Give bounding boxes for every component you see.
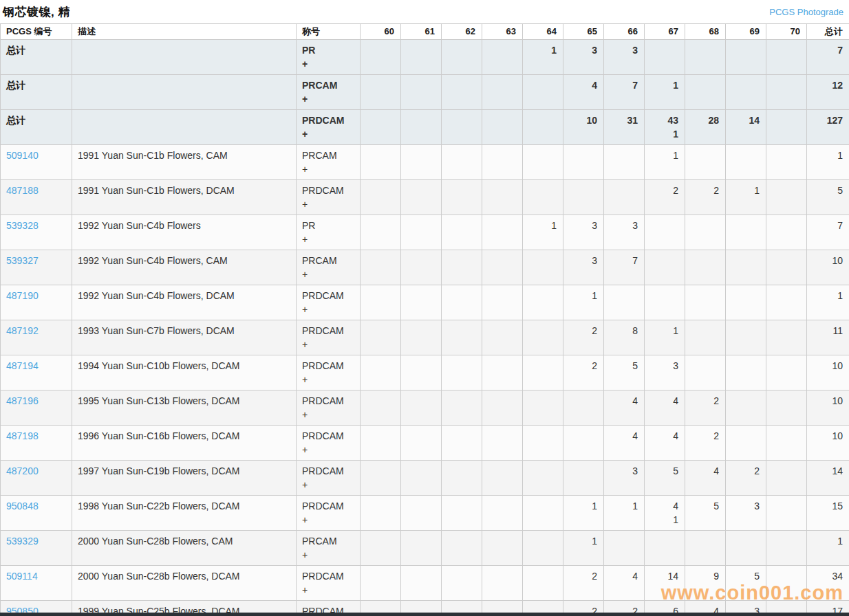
total-cell: 10: [807, 355, 849, 390]
table-row: 5393292000 Yuan Sun-C28b Flowers, CAMPRC…: [1, 531, 849, 566]
grade-cell-63: [482, 75, 523, 110]
grade-cell-65: 4: [563, 75, 604, 110]
grade-cell-63: [482, 110, 523, 145]
grade-cell-69: [726, 40, 766, 75]
grade-cell-67: 5: [645, 461, 685, 496]
grade-cell-69: [726, 285, 766, 320]
grade-cell-62: [442, 40, 482, 75]
table-header: PCGS 编号描述称号6061626364656667686970总计: [1, 24, 849, 40]
grade-count: 3: [569, 43, 597, 57]
grade-cell-60: [361, 250, 401, 285]
grade-cell-66: 3: [604, 461, 645, 496]
grade-cell-64: [523, 285, 563, 320]
grade-cell-64: [523, 320, 563, 355]
grade-cell-65: 1: [563, 531, 604, 566]
designation-cell: PRCAM+: [297, 75, 361, 110]
grade-cell-60: [361, 145, 401, 180]
description-cell: 1997 Yuan Sun-C19b Flowers, DCAM: [72, 461, 297, 496]
grade-cell-60: [361, 215, 401, 250]
description-cell: 1996 Yuan Sun-C16b Flowers, DCAM: [72, 426, 297, 461]
pcgs-number-link[interactable]: 509140: [6, 150, 39, 161]
grade-cell-68: [685, 355, 726, 390]
grade-cell-70: [766, 40, 807, 75]
pcgs-number-cell: 950848: [1, 496, 72, 531]
pcgs-number-link[interactable]: 487194: [6, 360, 39, 371]
designation-cell: PR+: [297, 215, 361, 250]
pcgs-number-link[interactable]: 950848: [6, 500, 39, 512]
description-cell: [72, 110, 297, 145]
grade-count: 4: [610, 569, 638, 583]
grade-cell-62: [442, 461, 482, 496]
grade-cell-70: [766, 355, 807, 390]
grade-count: 8: [610, 324, 638, 338]
designation-cell: PRDCAM+: [297, 110, 361, 145]
description-cell: 1991 Yuan Sun-C1b Flowers, CAM: [72, 145, 297, 180]
grade-count: 1: [650, 127, 678, 141]
grade-cell-66: [604, 531, 645, 566]
grade-count: 4: [650, 499, 678, 513]
grade-cell-66: 3: [604, 40, 645, 75]
designation-line: PR: [302, 219, 354, 232]
grade-count: 2: [569, 569, 597, 583]
column-header-grade-65: 65: [563, 24, 604, 40]
pcgs-number-cell: 539329: [1, 531, 72, 566]
grade-cell-70: [766, 180, 807, 215]
grade-cell-68: 5: [685, 496, 726, 531]
grade-count: 14: [731, 113, 760, 127]
grade-count: 5: [610, 359, 638, 373]
pcgs-number-cell: 539328: [1, 215, 72, 250]
grade-cell-66: [604, 285, 645, 320]
grade-cell-65: 3: [563, 40, 604, 75]
grade-count: 31: [610, 113, 638, 127]
description-cell: 2000 Yuan Sun-C28b Flowers, CAM: [72, 531, 297, 566]
grade-cell-63: [482, 355, 523, 390]
photograde-link[interactable]: PCGS Photograde: [769, 7, 846, 17]
grade-cell-62: [442, 180, 482, 215]
grade-cell-61: [401, 496, 442, 531]
designation-line: +: [302, 443, 354, 456]
pcgs-number-link[interactable]: 539328: [6, 220, 39, 231]
grade-cell-63: [482, 531, 523, 566]
designation-cell: PRDCAM+: [297, 320, 361, 355]
pcgs-number-link[interactable]: 487196: [6, 395, 39, 406]
grade-cell-62: [442, 390, 482, 426]
grade-cell-64: [523, 355, 563, 390]
grade-cell-65: [563, 461, 604, 496]
grade-cell-69: 2: [726, 461, 766, 496]
grade-cell-69: [726, 215, 766, 250]
grade-cell-64: [523, 250, 563, 285]
pcgs-number-link[interactable]: 539327: [6, 255, 39, 266]
grade-count: 4: [569, 78, 597, 92]
pcgs-number-link[interactable]: 487200: [6, 465, 39, 476]
grade-count: 3: [731, 499, 760, 513]
pcgs-number-link[interactable]: 487190: [6, 290, 39, 301]
designation-cell: PRCAM+: [297, 250, 361, 285]
grade-cell-68: [685, 215, 726, 250]
grade-cell-70: [766, 110, 807, 145]
grade-cell-66: 8: [604, 320, 645, 355]
pcgs-number-link[interactable]: 539329: [6, 536, 39, 547]
pcgs-number-link[interactable]: 487188: [6, 185, 39, 196]
grade-cell-66: 4: [604, 566, 645, 601]
grade-cell-67: [645, 285, 685, 320]
designation-line: +: [302, 302, 354, 316]
description-cell: [72, 75, 297, 110]
grade-count: 5: [691, 499, 719, 513]
pcgs-number-link[interactable]: 487198: [6, 430, 39, 441]
table-row: 4871921993 Yuan Sun-C7b Flowers, DCAMPRD…: [1, 320, 849, 355]
column-header-grade-66: 66: [604, 24, 645, 40]
grade-cell-65: [563, 180, 604, 215]
designation-cell: PRDCAM+: [297, 426, 361, 461]
grade-cell-68: [685, 145, 726, 180]
pcgs-number-link[interactable]: 509114: [6, 571, 38, 582]
grade-cell-70: [766, 426, 807, 461]
grade-cell-69: 3: [726, 496, 766, 531]
pcgs-number-cell: 总计: [1, 75, 72, 110]
grade-cell-67: 1: [645, 320, 685, 355]
grade-cell-70: [766, 320, 807, 355]
pcgs-number-link[interactable]: 487192: [6, 325, 39, 336]
grade-cell-70: [766, 75, 807, 110]
designation-line: PRDCAM: [302, 289, 354, 302]
pcgs-number-cell: 509114: [1, 566, 72, 601]
grade-cell-64: 1: [523, 215, 563, 250]
